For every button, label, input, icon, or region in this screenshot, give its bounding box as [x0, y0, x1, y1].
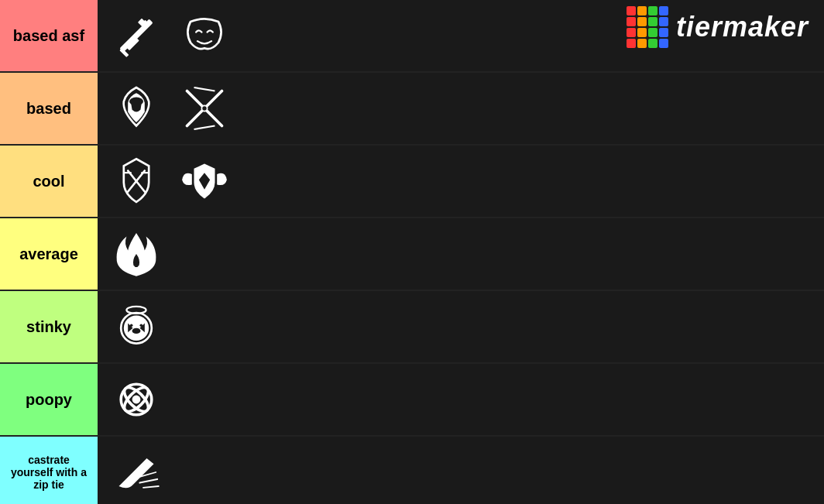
- knife-swipe-icon: [105, 441, 167, 503]
- logo-grid: [627, 6, 668, 48]
- svg-line-25: [140, 479, 158, 483]
- winged-shield-icon: [173, 150, 235, 212]
- chain-icon: [105, 369, 167, 430]
- tier-items-castrate: [98, 437, 824, 504]
- flame-icon: [105, 223, 167, 285]
- tiermaker-logo: TiERMAKER: [627, 6, 809, 48]
- rifle-icon: [105, 5, 167, 67]
- tier-row-castrate: castrate yourself with a zip tie: [0, 437, 824, 504]
- svg-point-18: [132, 328, 141, 334]
- crossed-bow-icon: [173, 77, 235, 139]
- tier-list: based asf: [0, 0, 824, 504]
- logo-text: TiERMAKER: [676, 11, 809, 43]
- tier-label-average: average: [0, 218, 98, 290]
- tier-items-average: [98, 218, 824, 290]
- crossed-swords-shield-icon: [105, 150, 167, 212]
- svg-line-26: [143, 486, 159, 488]
- svg-point-8: [201, 105, 207, 111]
- tier-items-poopy: [98, 364, 824, 435]
- svg-line-9: [194, 87, 215, 91]
- svg-point-17: [124, 316, 149, 341]
- tier-label-castrate: castrate yourself with a zip tie: [0, 437, 98, 504]
- tier-row-based: based: [0, 73, 824, 146]
- svg-point-19: [130, 324, 133, 327]
- tier-label-poopy: poopy: [0, 364, 98, 435]
- svg-line-10: [194, 126, 215, 130]
- tier-label-cool: cool: [0, 146, 98, 217]
- svg-rect-0: [119, 19, 153, 52]
- tier-row-cool: cool: [0, 146, 824, 218]
- tier-row-stinky: stinky: [0, 291, 824, 364]
- halo-wolf-icon: [105, 296, 167, 358]
- tier-items-based: [98, 73, 824, 144]
- tier-label-based-asf: based asf: [0, 0, 98, 71]
- tier-row-poopy: poopy: [0, 364, 824, 437]
- svg-point-24: [132, 396, 141, 404]
- tier-row-average: average: [0, 218, 824, 291]
- svg-point-20: [140, 324, 143, 327]
- theater-mask-icon: [173, 5, 235, 67]
- tier-items-stinky: [98, 291, 824, 362]
- knight-shield-icon: [105, 77, 167, 139]
- tier-label-based: based: [0, 73, 98, 144]
- tier-label-stinky: stinky: [0, 291, 98, 362]
- tier-items-cool: [98, 146, 824, 217]
